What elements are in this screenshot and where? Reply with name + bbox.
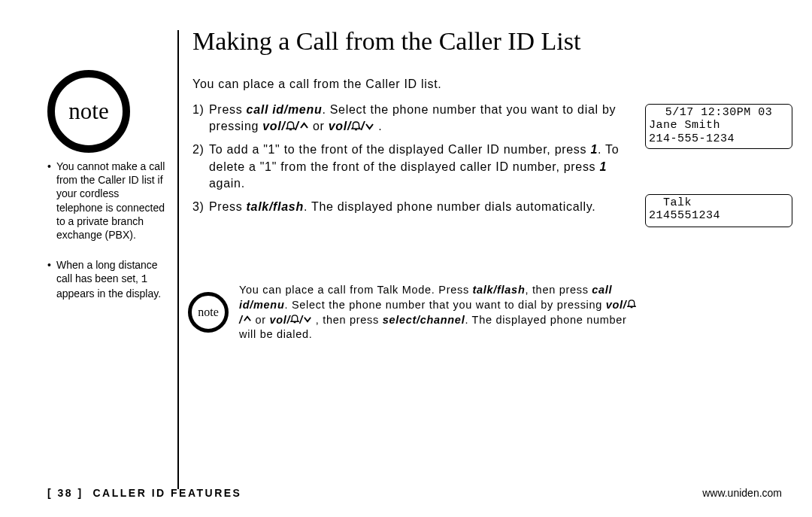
steps-list: 1) Press call id/menu. Select the phone … xyxy=(192,102,636,221)
chevron-up-icon xyxy=(299,119,309,135)
chevron-down-icon xyxy=(303,313,312,328)
inline-note-text: You can place a call from Talk Mode. Pre… xyxy=(239,283,639,342)
side-note-item: When a long distance call has been set, … xyxy=(47,258,168,300)
step-1: 1) Press call id/menu. Select the phone … xyxy=(192,102,636,135)
note-badge-large: note xyxy=(47,70,130,153)
chevron-up-icon xyxy=(243,313,252,328)
ringer-icon xyxy=(290,313,299,328)
lcd-line: Jane Smith xyxy=(649,119,789,132)
step-3: 3) Press talk/flash. The displayed phone… xyxy=(192,199,636,215)
vertical-divider xyxy=(177,30,179,489)
chevron-down-icon xyxy=(365,119,374,135)
side-note-item: You cannot make a call from the Caller I… xyxy=(47,160,168,242)
page-number: [ 38 ] xyxy=(47,487,83,499)
note-circle-small: note xyxy=(188,292,229,333)
lcd-display-1: 5/17 12:30PM 03 Jane Smith 214-555-1234 xyxy=(645,104,792,149)
ringer-icon xyxy=(351,119,361,135)
footer-url: www.uniden.com xyxy=(702,487,782,499)
lcd-line: 5/17 12:30PM 03 xyxy=(649,106,789,119)
step-2: 2) To add a "1" to the front of the disp… xyxy=(192,141,636,192)
section-label: CALLER ID FEATURES xyxy=(92,487,241,499)
side-notes: You cannot make a call from the Caller I… xyxy=(47,160,168,317)
lcd-line: 2145551234 xyxy=(649,209,789,222)
ringer-icon xyxy=(627,298,636,313)
page-footer: [ 38 ] CALLER ID FEATURES www.uniden.com xyxy=(47,487,782,499)
inline-note: note You can place a call from Talk Mode… xyxy=(188,283,639,342)
ringer-icon xyxy=(286,119,295,135)
lcd-display-2: Talk 2145551234 xyxy=(645,194,792,227)
lcd-line: Talk xyxy=(649,196,789,209)
page-title: Making a Call from the Caller ID List xyxy=(192,27,581,56)
intro-text: You can place a call from the Caller ID … xyxy=(192,78,442,91)
note-circle: note xyxy=(47,70,130,153)
lcd-line: 214-555-1234 xyxy=(649,132,789,145)
